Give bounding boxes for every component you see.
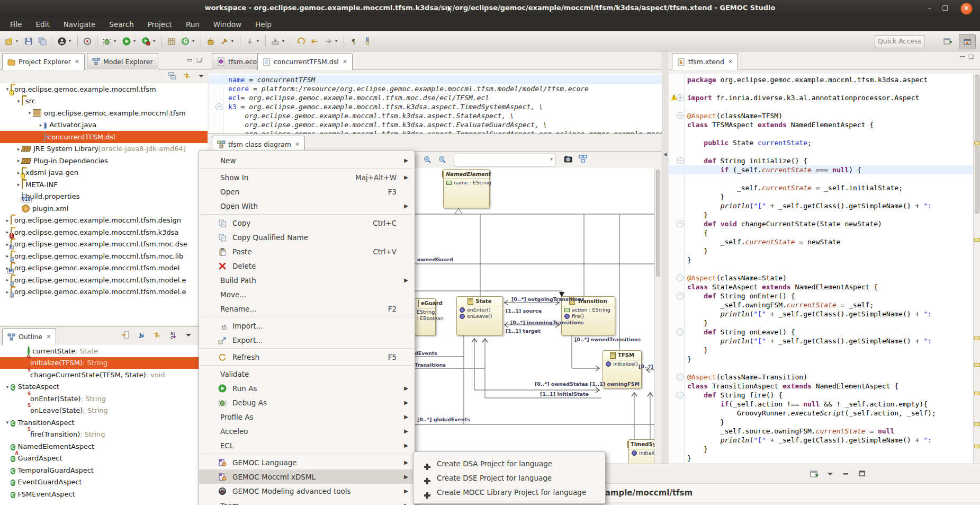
menu-item-rename-[interactable]: Rename...F2 (199, 302, 415, 316)
fold-marker[interactable]: − (677, 329, 684, 335)
xtend-overview-ruler[interactable] (973, 74, 980, 464)
fold-marker[interactable]: − (677, 374, 684, 380)
outline-item-fsmeventaspect[interactable]: CFSMEventAspect (0, 488, 208, 500)
format-button[interactable] (361, 35, 374, 48)
minimize-view-icon[interactable]: ▭ (187, 57, 192, 64)
outline-item-temporalguardaspect[interactable]: CTemporalGuardAspect (0, 464, 208, 476)
outline-item-changecurrentstate-tfsm-state-[interactable]: SchangeCurrentState(TFSM, State) : void (0, 369, 208, 381)
snapshot-button[interactable] (564, 155, 572, 165)
hide-fields-button[interactable]: J (137, 331, 145, 341)
user-profile-button[interactable] (56, 35, 68, 48)
maximize-button[interactable] (858, 469, 866, 480)
submenu-item-create-dsa-project-for-language[interactable]: Create DSA Project for language (413, 456, 605, 471)
tree-item-org-eclipse-gemoc-example-moccml-tfsm-k3dsa[interactable]: ▸!org.eclipse.gemoc.example.moccml.tfsm.… (0, 226, 208, 238)
tree-item-meta-inf[interactable]: ▸META-INF (0, 179, 208, 191)
occurrence-marker[interactable] (974, 141, 980, 145)
menu-item-new[interactable]: New▶ (199, 153, 415, 167)
outline-item-guardaspect[interactable]: CAGuardAspect (0, 453, 208, 465)
fold-marker[interactable]: − (677, 392, 684, 398)
menu-search[interactable]: Search (102, 19, 140, 30)
tree-item-org-eclipse-gemoc-example-moccml-tfsm-moc-lib[interactable]: ▸Jorg.eclipse.gemoc.example.moccml.tfsm.… (0, 250, 208, 262)
submenu-item-create-mocc-library-project-for-language[interactable]: Create MOCC Library Project for language (413, 485, 605, 499)
tab-project-explorer[interactable]: Project Explorer✕ (2, 53, 85, 70)
new-wizard-button[interactable] (3, 35, 15, 48)
menu-item-open-with[interactable]: Open With▶ (199, 199, 415, 213)
class-box-transition[interactable]: Transitionaction : EStringfire() (561, 296, 615, 335)
maximize-view-icon[interactable]: ❏ (968, 54, 974, 60)
tree-item-concurrenttfsm-dsl[interactable]: concurrentTFSM.dsl (0, 131, 208, 143)
link-with-editor-button[interactable] (183, 72, 191, 82)
expand-icon[interactable]: ▾ (26, 110, 33, 116)
occurrence-marker[interactable] (974, 445, 980, 448)
open-perspective-button[interactable] (940, 34, 956, 48)
tab-model-explorer[interactable]: Model Explorer (87, 53, 158, 69)
new-plugin-project-button[interactable]: G (179, 35, 192, 48)
fold-marker[interactable]: − (215, 103, 222, 110)
tree-item-xdsml-java-gen[interactable]: ▸!xdsml-java-gen (0, 167, 208, 179)
menu-project[interactable]: Project (141, 19, 179, 30)
maximize-window-button[interactable]: ❏ (939, 3, 951, 14)
new-java-project-button[interactable] (165, 35, 178, 48)
menu-item-paste[interactable]: PasteCtrl+V (199, 244, 415, 259)
menu-item-run-as[interactable]: Run As▶ (199, 381, 415, 395)
save-button[interactable] (22, 35, 35, 48)
next-annotation-dropdown-icon[interactable]: ▾ (257, 39, 262, 43)
fold-marker[interactable]: − (677, 157, 684, 164)
run-button[interactable] (120, 35, 133, 48)
class-box-namedelement[interactable]: NamedElementname : EString (443, 169, 490, 208)
class-box-timedsystem[interactable]: TimedSysteminitialize() (628, 439, 654, 463)
expand-icon[interactable]: ▾ (15, 99, 22, 104)
menu-item-delete[interactable]: Delete (199, 259, 415, 273)
close-tab-icon[interactable]: ✕ (728, 58, 733, 65)
menu-item-gemoc-language[interactable]: GEMOC Language▶ (199, 455, 415, 469)
menu-item-move-[interactable]: Move... (199, 287, 415, 302)
user-profile-dropdown-icon[interactable]: ▾ (69, 39, 74, 43)
tree-item-org-eclipse-gemoc-example-moccml-tfsm-model-e[interactable]: ▸Jorg.eclipse.gemoc.example.moccml.tfsm.… (0, 286, 208, 298)
close-window-button[interactable]: ✕ (960, 3, 973, 15)
close-tab-icon[interactable]: ✕ (343, 58, 347, 65)
submenu-item-create-dse-project-for-language[interactable]: Create DSE Project for language (413, 471, 605, 485)
layout-button[interactable] (579, 155, 587, 165)
back-button[interactable] (308, 35, 321, 48)
new-view-button[interactable] (810, 469, 819, 480)
occurrence-marker[interactable] (974, 363, 980, 367)
outline-item-namedelementaspect[interactable]: CNamedElementAspect (0, 440, 208, 453)
run-dropdown-icon[interactable]: ▾ (133, 39, 138, 43)
occurrence-marker[interactable] (974, 336, 980, 340)
view-menu-button[interactable] (197, 72, 205, 82)
menu-item-build-path[interactable]: Build Path▶ (199, 273, 415, 287)
menu-item-debug-as[interactable]: Debug As▶ (199, 395, 415, 410)
tree-item-jre-system-library[interactable]: ▸JRE System Library [oracle-java8-jdk-am… (0, 143, 208, 155)
forward-button[interactable] (322, 35, 335, 48)
menu-window[interactable]: Window (206, 19, 248, 30)
menu-help[interactable]: Help (248, 19, 278, 30)
menu-item-gemoc-moccml-xdsml[interactable]: GEMOC Moccml xDSML▶ (199, 469, 415, 484)
menu-item-export-[interactable]: Export... (199, 333, 415, 347)
tree-item-org-eclipse-gemoc-example-moccml-tfsm-model-e[interactable]: ▸Jorg.eclipse.gemoc.example.moccml.tfsm.… (0, 274, 208, 286)
zoom-out-button[interactable] (438, 155, 446, 165)
tree-item-org-eclipse-gemoc-example-moccml-tfsm[interactable]: ▾!org.eclipse.gemoc.example.moccml.tfsm (0, 83, 208, 95)
zoom-in-button[interactable] (423, 155, 431, 165)
tree-item-org-eclipse-gemoc-example-moccml-tfsm-model[interactable]: ▸Morg.eclipse.gemoc.example.moccml.tfsm.… (0, 262, 208, 274)
external-tools-button[interactable] (81, 35, 94, 48)
menu-item-acceleo[interactable]: Acceleo▶ (199, 424, 415, 438)
menu-item-validate[interactable]: Validate (199, 367, 415, 381)
search-dropdown-icon[interactable]: ▾ (231, 39, 236, 43)
view-menu-button[interactable] (184, 331, 193, 341)
outline-item-transitionaspect[interactable]: ▾CTransitionAspect (0, 417, 208, 429)
minimize-window-button[interactable]: – (924, 3, 936, 14)
tree-item-plug-in-dependencies[interactable]: ▸Plug-in Dependencies (0, 155, 208, 167)
close-tab-icon[interactable]: ✕ (295, 141, 300, 148)
outline-item-stateaspect[interactable]: ▾CStateAspect (0, 381, 208, 393)
quick-access-button[interactable]: Quick Access (875, 35, 924, 48)
menu-item-open[interactable]: OpenF3 (199, 184, 415, 199)
tree-item-org-eclipse-gemoc-example-moccml-tfsm-moc-dse[interactable]: ▸Eorg.eclipse.gemoc.example.moccml.tfsm.… (0, 238, 208, 251)
forward-dropdown-icon[interactable]: ▾ (335, 39, 340, 43)
menu-item-copy[interactable]: CopyCtrl+C (199, 216, 415, 230)
fold-marker[interactable]: − (677, 274, 684, 281)
fold-marker[interactable]: − (677, 293, 684, 299)
debug-dropdown-icon[interactable]: ▾ (114, 39, 119, 43)
menu-item-refresh[interactable]: RefreshF5 (199, 350, 415, 364)
show-whitespace-button[interactable]: ¶ (347, 35, 360, 48)
expand-icon[interactable]: ▸ (4, 218, 11, 223)
